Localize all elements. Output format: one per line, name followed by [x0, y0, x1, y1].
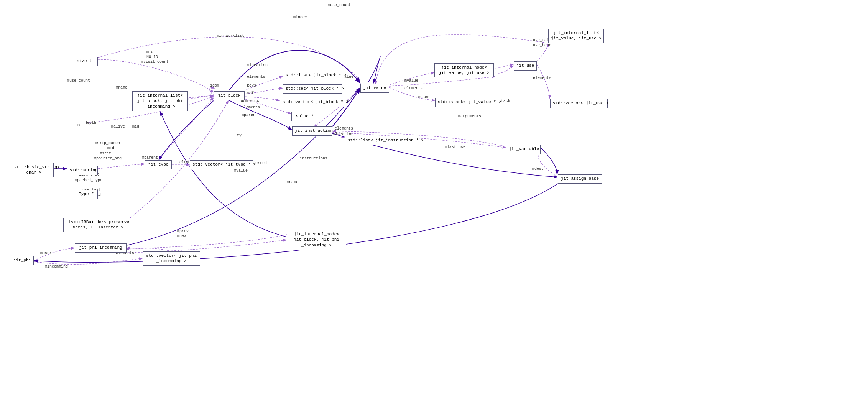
edge-label-42: muser: [418, 95, 429, 99]
node-jit_internal_list_block_phi[interactable]: jit_internal_list< jit_block, jit_phi _i…: [132, 91, 188, 111]
node-Type_ptr[interactable]: Type *: [75, 190, 98, 199]
edge-label-3: mid: [146, 50, 153, 54]
edge-label-36: mincomming: [45, 264, 68, 269]
edge-label-15: mname: [116, 85, 127, 90]
edge-label-48: mname: [287, 180, 298, 184]
edge-label-20: mskip_paren: [95, 141, 120, 145]
node-std_vector_jit_use[interactable]: std::vector< jit_use >: [550, 99, 608, 108]
edge-label-40: mvalue: [404, 79, 418, 83]
node-jit_block[interactable]: jit_block: [214, 91, 245, 100]
node-llvm_IRBuilder[interactable]: llvm::IRBuilder< preserve Names, T, Inse…: [63, 218, 130, 232]
node-jit_use[interactable]: jit_use: [514, 61, 537, 71]
edge-label-38: mprev: [177, 229, 189, 233]
edge-label-41: elements: [404, 86, 423, 90]
edges-svg: [0, 0, 868, 414]
edge-label-22: msret: [100, 151, 111, 156]
edge-label-4: NO_ID: [146, 55, 158, 59]
edge-label-13: mparent: [242, 113, 258, 117]
node-jit_value[interactable]: jit_value: [360, 84, 389, 93]
node-jit_internal_node_value[interactable]: jit_internal_node< jit_value, jit_use >: [434, 63, 494, 77]
edge-label-10: idom: [210, 84, 219, 88]
node-jit_phi_incomming[interactable]: jit_phi_incomming: [75, 243, 127, 253]
edge-label-7: elements: [247, 75, 265, 79]
edge-label-44: elements: [335, 127, 353, 131]
edge-label-1: mindex: [293, 15, 307, 20]
edge-label-19: mid: [132, 125, 139, 129]
node-std_set_jit_block[interactable]: std::set< jit_block * >: [283, 84, 342, 94]
node-jit_internal_node_block_phi[interactable]: jit_internal_node< jit_block, jit_phi _i…: [287, 230, 346, 250]
edge-label-14: ty: [237, 133, 242, 138]
edge-label-0: muse_count: [328, 3, 351, 7]
edge-label-39: mnext: [177, 234, 189, 238]
edge-label-35: muser: [40, 251, 52, 255]
edge-label-8: keys: [247, 84, 256, 88]
edge-label-26: mpacked_type: [75, 178, 102, 182]
edge-label-29: mparent: [142, 156, 158, 160]
edge-label-46: mlast_use: [445, 145, 465, 149]
edge-label-9: mdf: [247, 91, 254, 95]
node-size_t[interactable]: size_t: [71, 57, 98, 66]
node-std_vector_jit_phi_incomming[interactable]: std::vector< jit_phi _incomming >: [143, 251, 200, 266]
edge-label-53: use_head: [533, 43, 551, 48]
node-jit_phi[interactable]: jit_phi: [11, 256, 34, 265]
node-std_basic_string[interactable]: std::basic_string< char >: [12, 163, 54, 177]
node-std_vector_jit_type[interactable]: std::vector< jit_type * >: [190, 160, 253, 169]
node-jit_instruction[interactable]: jit_instruction: [292, 127, 332, 136]
edge-label-12: elements: [242, 105, 260, 110]
graph-container: size_tintstd::basic_string< char >std::s…: [0, 0, 868, 414]
node-std_stack_jit_value[interactable]: std::stack< jit_value * >: [435, 98, 500, 107]
edge-label-47: marguments: [458, 114, 481, 118]
edge-label-16: muse_count: [67, 79, 90, 83]
node-jit_variable[interactable]: jit_variable: [506, 145, 541, 154]
edge-label-6: mlocation: [247, 63, 268, 67]
node-std_vector_jit_block[interactable]: std::vector< jit_block * >: [280, 98, 347, 107]
node-jit_internal_list_value_use[interactable]: jit_internal_list< jit_value, jit_use >: [548, 29, 604, 43]
node-int[interactable]: int: [71, 121, 86, 130]
node-jit_assign_base[interactable]: jit_assign_base: [558, 174, 602, 184]
edge-label-23: mpointer_arg: [94, 156, 122, 161]
edge-label-5: mvisit_count: [141, 60, 169, 64]
edge-label-18: malive: [111, 125, 125, 129]
edge-label-54: elements: [533, 76, 551, 80]
edge-label-2: min_worklist: [217, 34, 244, 38]
node-Value_ptr[interactable]: Value *: [291, 112, 318, 121]
node-jit_type[interactable]: jit_type: [145, 160, 172, 169]
node-std_string[interactable]: std::string: [67, 166, 98, 175]
node-std_list_jit_block[interactable]: std::list< jit_block * >: [283, 71, 344, 80]
node-std_list_jit_instruction[interactable]: std::list< jit_instruction * >: [345, 136, 418, 145]
edge-label-49: mdest: [532, 167, 544, 171]
edge-label-56: instructions: [300, 156, 327, 161]
edge-label-21: mid: [107, 146, 114, 150]
